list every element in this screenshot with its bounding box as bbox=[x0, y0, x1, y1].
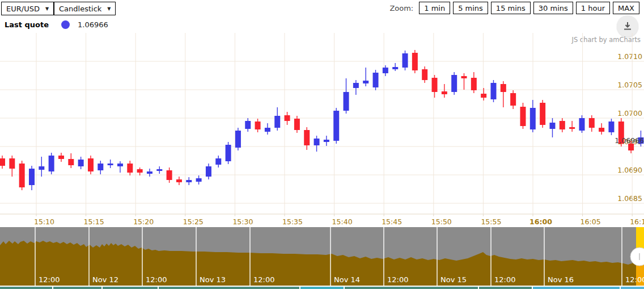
candle-down bbox=[285, 115, 290, 121]
navigator-scrollbar[interactable]: 12:00Nov 1212:00Nov 1312:00Nov 1412:00No… bbox=[0, 227, 644, 286]
scroll-strip-segment bbox=[533, 287, 620, 289]
candle-up bbox=[147, 171, 152, 174]
zoom-button-15mins[interactable]: 15 mins bbox=[491, 2, 531, 14]
candle-down bbox=[176, 179, 182, 182]
candle-down bbox=[127, 164, 133, 173]
navigator-period-label: 12:00 bbox=[39, 275, 60, 284]
x-axis-label: 15:55 bbox=[481, 217, 501, 226]
zoom-label: Zoom: bbox=[389, 4, 413, 12]
candle-down bbox=[137, 169, 143, 173]
zoom-button-1hour[interactable]: 1 hour bbox=[576, 2, 610, 14]
candle-up bbox=[333, 111, 339, 141]
chevron-down-icon: ▼ bbox=[45, 6, 49, 11]
candle-up bbox=[206, 166, 211, 177]
candle-up bbox=[353, 83, 359, 88]
scroll-strip-segment bbox=[345, 287, 478, 289]
candle-down bbox=[255, 122, 261, 129]
candle-up bbox=[215, 158, 221, 165]
candle-down bbox=[569, 127, 575, 129]
zoom-controls: Zoom: 1 min 5 mins 15 mins 30 mins 1 hou… bbox=[389, 2, 639, 14]
candle-up bbox=[156, 169, 162, 171]
candle-down bbox=[540, 103, 545, 125]
zoom-button-5mins[interactable]: 5 mins bbox=[453, 2, 488, 14]
navigator-period-label: 12:00 bbox=[146, 275, 167, 284]
x-axis-label: 15:50 bbox=[431, 217, 452, 226]
last-quote-label: Last quote bbox=[5, 20, 49, 29]
candle-down bbox=[88, 158, 94, 171]
scroll-strip-segment bbox=[621, 287, 644, 289]
zoom-button-1min[interactable]: 1 min bbox=[419, 2, 450, 14]
navigator-period-label: 12:00 bbox=[387, 275, 408, 284]
toolbar: EUR/USD ▼ Candlestick ▼ Zoom: 1 min 5 mi… bbox=[0, 0, 644, 17]
x-axis-label: 15:35 bbox=[282, 217, 303, 226]
last-quote-bullet-icon bbox=[61, 20, 70, 29]
currency-pair-value: EUR/USD bbox=[6, 5, 40, 13]
navigator-period-label: Nov 15 bbox=[440, 275, 467, 284]
legend: Last quote 1.06966 bbox=[5, 20, 108, 29]
candle-up bbox=[402, 53, 408, 68]
y-axis-label: 1.0690 bbox=[617, 166, 642, 174]
candle-down bbox=[471, 78, 477, 90]
chevron-down-icon: ▼ bbox=[107, 6, 111, 11]
chart-type-value: Candlestick bbox=[59, 5, 101, 13]
scroll-strip-segment bbox=[103, 287, 158, 289]
candle-down bbox=[481, 94, 486, 98]
candle-up bbox=[196, 178, 202, 182]
candle-up bbox=[235, 131, 241, 148]
candle-down bbox=[510, 93, 516, 106]
candle-down bbox=[9, 158, 15, 169]
candle-up bbox=[274, 116, 280, 128]
navigator-period-label: Nov 13 bbox=[200, 275, 226, 284]
candle-down bbox=[294, 119, 300, 130]
candle-up bbox=[108, 164, 113, 165]
x-axis-label: 15:20 bbox=[133, 217, 154, 226]
zoom-button-30mins[interactable]: 30 mins bbox=[533, 2, 573, 14]
x-axis-label: 15:45 bbox=[382, 217, 402, 226]
candle-up bbox=[608, 122, 614, 132]
navigator-period-label: 12:00 bbox=[625, 275, 644, 284]
candle-up bbox=[549, 123, 555, 129]
x-axis-label: 16:10 bbox=[630, 217, 644, 226]
scroll-strip-segment bbox=[53, 287, 101, 289]
last-quote-value: 1.06966 bbox=[78, 20, 108, 29]
candle-down bbox=[461, 76, 467, 78]
navigator-period-label: Nov 12 bbox=[92, 275, 118, 284]
navigator-period-label: 12:00 bbox=[494, 275, 515, 284]
candle-up bbox=[98, 164, 103, 170]
candle-up bbox=[344, 92, 349, 111]
x-axis-label: 15:30 bbox=[232, 217, 253, 226]
candle-up bbox=[29, 169, 35, 185]
zoom-button-max[interactable]: MAX bbox=[613, 2, 639, 14]
y-axis-label: 1.0700 bbox=[617, 109, 642, 118]
chart-type-selector[interactable]: Candlestick ▼ bbox=[54, 2, 116, 15]
y-axis-label: 1.0685 bbox=[617, 194, 642, 203]
y-axis-label: 1.0710 bbox=[617, 52, 642, 61]
navigator-period-label: Nov 14 bbox=[334, 275, 360, 284]
candlestick-plot: 1.07101.07051.07001.06951.06901.068515:1… bbox=[0, 33, 644, 227]
candle-up bbox=[491, 83, 497, 99]
candle-up bbox=[117, 164, 123, 166]
candle-up bbox=[49, 156, 54, 171]
x-axis-label: 16:00 bbox=[529, 217, 552, 226]
candle-up bbox=[186, 180, 192, 182]
download-icon bbox=[623, 22, 632, 31]
candle-down bbox=[589, 118, 595, 128]
candle-down bbox=[442, 91, 447, 94]
navigator-period-label: Nov 16 bbox=[548, 275, 574, 284]
candle-down bbox=[412, 53, 418, 70]
scroll-strip-segment bbox=[300, 287, 344, 289]
currency-pair-selector[interactable]: EUR/USD ▼ bbox=[1, 2, 54, 15]
bottom-scroll-strip bbox=[0, 286, 644, 289]
candle-up bbox=[245, 121, 251, 129]
candle-up bbox=[39, 166, 44, 170]
last-quote-axis-label: 1.06966 bbox=[615, 136, 644, 145]
candle-down bbox=[68, 159, 74, 165]
candle-up bbox=[78, 160, 84, 166]
candle-down bbox=[599, 128, 604, 132]
scroll-strip-segment bbox=[0, 287, 52, 289]
scroll-strip-segment bbox=[159, 287, 299, 289]
candle-up bbox=[363, 81, 368, 83]
candle-up bbox=[373, 73, 379, 87]
candle-up bbox=[392, 67, 398, 69]
candle-up bbox=[324, 140, 329, 142]
